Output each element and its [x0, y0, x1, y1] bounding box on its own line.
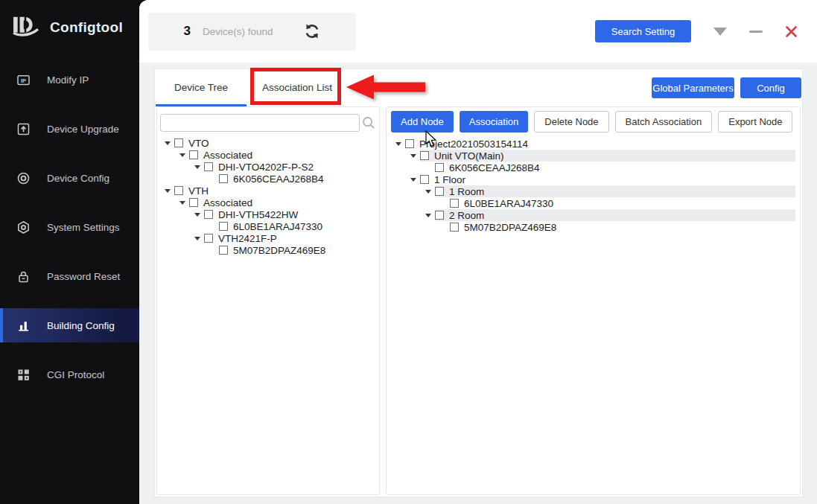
expand-triangle-icon	[194, 237, 200, 240]
export-node-button[interactable]: Export Node	[718, 111, 792, 133]
tree-expander[interactable]	[391, 142, 405, 146]
sidebar-item-system-settings[interactable]: System Settings	[0, 202, 139, 252]
tree-node[interactable]: 5M07B2DPAZ469E8	[219, 244, 376, 256]
search-setting-button[interactable]: Search Setting	[595, 20, 691, 42]
node-tree-row: Project20210503154114	[391, 138, 795, 150]
node-tree-row: 2 Room	[391, 209, 795, 221]
tree-expander[interactable]	[406, 154, 420, 158]
node-label: 6L0BE1ARAJ47330	[233, 221, 322, 232]
tree-expander[interactable]	[421, 214, 435, 217]
node-label: 1 Room	[449, 186, 484, 197]
tree-node[interactable]: DHI-VTH5422HW	[204, 208, 376, 220]
config-button[interactable]: Config	[740, 77, 801, 98]
main-area: 3 Device(s) found Search Setting	[139, 0, 817, 504]
sidebar-item-device-config[interactable]: Device Config	[0, 153, 139, 202]
search-icon[interactable]	[361, 115, 376, 130]
sidebar-item-cgi-protocol[interactable]: CGI Protocol	[0, 350, 139, 399]
tree-node[interactable]: 2 Room	[435, 209, 795, 221]
tree-expander[interactable]	[190, 165, 204, 169]
workspace: Device Tree Association List Global Para…	[139, 63, 817, 504]
cgi-protocol-icon	[16, 368, 31, 382]
device-tree-row: 6K056CEAAJ268B4	[160, 173, 376, 185]
tree-node[interactable]: 1 Room	[435, 185, 795, 197]
sidebar-item-device-upgrade[interactable]: Device Upgrade	[0, 104, 139, 153]
node-checkbox[interactable]	[174, 186, 183, 195]
sidebar-item-label: Device Upgrade	[47, 124, 119, 135]
node-label: DHI-VTH5422HW	[218, 209, 298, 220]
tree-node[interactable]: 6L0BE1ARAJ47330	[219, 220, 376, 232]
tree-node[interactable]: VTH2421F-P	[204, 232, 376, 244]
tree-node[interactable]: Associated	[189, 197, 376, 208]
tree-expander[interactable]	[175, 153, 189, 157]
tree-expander[interactable]	[160, 189, 174, 193]
node-checkbox[interactable]	[435, 187, 444, 196]
tree-node[interactable]: VTH	[174, 185, 376, 197]
device-tree-row: 6L0BE1ARAJ47330	[160, 220, 376, 232]
device-tree-row: DHI-VTH5422HW	[160, 208, 376, 220]
expand-triangle-icon	[179, 153, 185, 157]
node-checkbox[interactable]	[405, 139, 414, 148]
tree-expander[interactable]	[175, 201, 189, 205]
node-label: 6K056CEAAJ268B4	[233, 173, 324, 185]
device-tree-panel: VTOAssociatedDHI-VTO4202F-P-S26K056CEAAJ…	[156, 106, 380, 495]
node-checkbox[interactable]	[219, 246, 228, 255]
tree-expander[interactable]	[421, 190, 435, 194]
node-label: 2 Room	[449, 210, 484, 221]
node-label: 5M07B2DPAZ469E8	[464, 222, 556, 233]
tree-expander[interactable]	[190, 213, 204, 217]
node-checkbox[interactable]	[450, 199, 459, 208]
sidebar-nav: IPModify IPDevice UpgradeDevice ConfigSy…	[0, 55, 139, 399]
tree-expander[interactable]	[406, 178, 420, 182]
tree-node[interactable]: Project20210503154114	[405, 138, 795, 150]
global-parameters-button[interactable]: Global Parameters	[652, 77, 734, 98]
node-checkbox[interactable]	[189, 150, 198, 159]
sidebar-item-modify-ip[interactable]: IPModify IP	[0, 55, 139, 104]
node-checkbox[interactable]	[189, 198, 198, 207]
refresh-icon[interactable]	[303, 22, 321, 40]
tree-node[interactable]: DHI-VTO4202F-P-S2	[204, 161, 376, 173]
tree-node[interactable]: 6L0BE1ARAJ47330	[450, 197, 795, 209]
tree-node[interactable]: 6K056CEAAJ268B4	[219, 173, 376, 185]
tree-expander[interactable]	[190, 237, 204, 240]
tree-expander[interactable]	[160, 141, 174, 145]
tab-device-tree[interactable]: Device Tree	[156, 69, 247, 106]
node-checkbox[interactable]	[219, 174, 228, 183]
tree-node[interactable]: 1 Floor	[420, 173, 795, 185]
minimize-icon[interactable]	[749, 31, 763, 33]
batch-association-button[interactable]: Batch Association	[615, 111, 713, 133]
close-icon[interactable]	[785, 25, 798, 38]
device-config-icon	[16, 171, 31, 185]
association-button[interactable]: Association	[460, 111, 528, 133]
tab-association-list[interactable]: Association List	[252, 69, 343, 106]
node-checkbox[interactable]	[204, 162, 213, 171]
delete-node-button[interactable]: Delete Node	[534, 111, 608, 133]
node-checkbox[interactable]	[204, 210, 213, 219]
node-label: Project20210503154114	[419, 138, 528, 150]
expand-triangle-icon	[425, 190, 431, 194]
node-checkbox[interactable]	[450, 223, 459, 232]
device-found-label: Device(s) found	[203, 26, 273, 37]
node-checkbox[interactable]	[435, 211, 444, 220]
tree-search-input[interactable]	[160, 114, 360, 132]
node-checkbox[interactable]	[420, 151, 429, 160]
add-node-button[interactable]: Add Node	[391, 111, 454, 133]
node-checkbox[interactable]	[204, 234, 213, 243]
sidebar-item-building-config[interactable]: Building Config	[0, 301, 139, 350]
tree-node[interactable]: Associated	[189, 149, 376, 161]
expand-triangle-icon	[165, 141, 171, 145]
tree-node[interactable]: 6K056CEAAJ268B4	[435, 162, 795, 173]
device-tree-row: 5M07B2DPAZ469E8	[160, 244, 376, 256]
node-checkbox[interactable]	[219, 222, 228, 231]
collapse-panel-icon[interactable]	[713, 28, 727, 36]
node-checkbox[interactable]	[420, 175, 429, 184]
sidebar-item-password-reset[interactable]: Password Reset	[0, 252, 139, 301]
tree-node[interactable]: 5M07B2DPAZ469E8	[450, 221, 795, 233]
node-checkbox[interactable]	[174, 138, 183, 147]
devices-found-box: 3 Device(s) found	[148, 13, 356, 51]
tree-node[interactable]: VTO	[174, 137, 376, 149]
expand-triangle-icon	[194, 165, 200, 169]
node-checkbox[interactable]	[435, 163, 444, 172]
expand-triangle-icon	[165, 189, 171, 193]
tree-node[interactable]: Unit VTO(Main)	[420, 150, 795, 162]
node-label: VTO	[188, 138, 209, 149]
